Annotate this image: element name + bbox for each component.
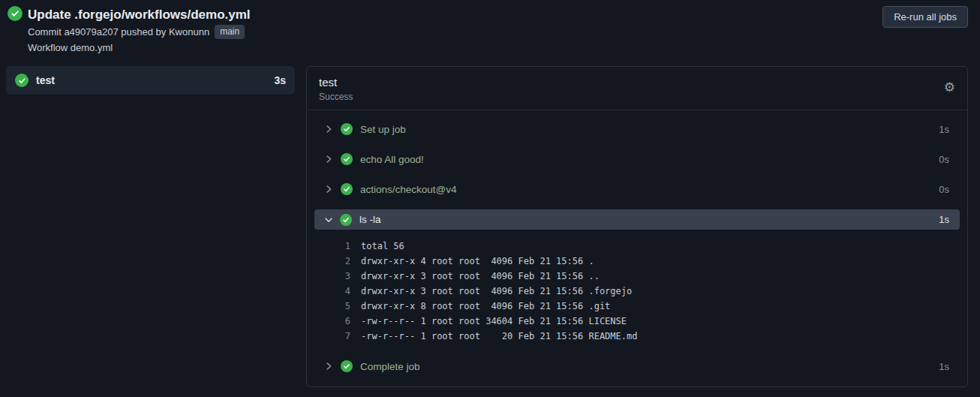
step-row-setup-job[interactable]: Set up job 1s <box>307 114 967 144</box>
step-success-check-icon <box>341 153 353 165</box>
chevron-down-icon <box>323 215 334 225</box>
run-info: Update .forgejo/workflows/demo.yml Commi… <box>8 6 251 55</box>
log-line-number: 4 <box>329 284 350 299</box>
run-title: Update .forgejo/workflows/demo.yml <box>28 6 251 23</box>
commit-author[interactable]: Kwonunn <box>169 25 209 39</box>
log-line-number: 7 <box>329 329 350 344</box>
step-duration: 1s <box>939 214 949 225</box>
step-duration: 0s <box>939 154 949 165</box>
step-success-check-icon <box>341 183 353 195</box>
job-panel-title: test <box>319 75 353 89</box>
step-label: actions/checkout@v4 <box>360 184 457 195</box>
run-success-check-icon <box>8 6 23 21</box>
log-line: 7 -rw-r--r-- 1 root root 20 Feb 21 15:56… <box>307 329 967 344</box>
log-line: 1 total 56 <box>307 239 967 254</box>
job-list: test 3s <box>6 66 295 95</box>
chevron-right-icon <box>323 154 334 164</box>
log-line-number: 5 <box>329 299 350 314</box>
step-list: Set up job 1s echo All good! 0s <box>307 110 967 386</box>
step-log-output: 1 total 56 2 drwxr-xr-x 4 root root 4096… <box>307 234 967 351</box>
job-panel-status: Success <box>319 92 353 102</box>
step-label: ls -la <box>359 214 381 225</box>
step-label: Complete job <box>360 361 420 372</box>
step-label: echo All good! <box>360 154 424 165</box>
log-line-number: 1 <box>329 239 350 254</box>
commit-line: Commit a49079a207 pushed by Kwonunn main <box>28 25 251 39</box>
log-line: 3 drwxr-xr-x 3 root root 4096 Feb 21 15:… <box>307 269 967 284</box>
log-line-text: -rw-r--r-- 1 root root 34604 Feb 21 15:5… <box>361 314 627 329</box>
log-line-text: drwxr-xr-x 4 root root 4096 Feb 21 15:56… <box>361 254 594 269</box>
step-success-check-icon <box>341 360 353 372</box>
chevron-right-icon <box>323 124 334 134</box>
job-detail-panel: test Success ⚙ Set up job 1s <box>306 66 968 387</box>
step-label: Set up job <box>360 124 406 135</box>
step-duration: 1s <box>939 361 949 372</box>
log-line-text: drwxr-xr-x 3 root root 4096 Feb 21 15:56… <box>361 269 600 284</box>
step-row-checkout[interactable]: actions/checkout@v4 0s <box>307 174 967 204</box>
log-line: 5 drwxr-xr-x 8 root root 4096 Feb 21 15:… <box>307 299 967 314</box>
gear-icon[interactable]: ⚙ <box>944 81 955 94</box>
log-line: 2 drwxr-xr-x 4 root root 4096 Feb 21 15:… <box>307 254 967 269</box>
log-line-number: 6 <box>329 314 350 329</box>
job-item-test[interactable]: test 3s <box>6 66 295 95</box>
commit-pushed-by-text: pushed by <box>119 25 169 39</box>
step-row-ls-la-expanded[interactable]: ls -la 1s <box>314 209 960 230</box>
step-success-check-icon <box>340 214 352 226</box>
log-line: 4 drwxr-xr-x 3 root root 4096 Feb 21 15:… <box>307 284 967 299</box>
chevron-right-icon <box>323 184 334 194</box>
commit-sha[interactable]: a49079a207 <box>64 25 118 39</box>
log-line-number: 2 <box>329 254 350 269</box>
run-header: Update .forgejo/workflows/demo.yml Commi… <box>0 0 980 66</box>
job-success-check-icon <box>15 74 29 87</box>
step-duration: 1s <box>939 124 949 135</box>
log-line-number: 3 <box>329 269 350 284</box>
step-row-echo[interactable]: echo All good! 0s <box>307 144 967 174</box>
workflow-line: Workflow demo.yml <box>28 41 251 55</box>
log-line-text: drwxr-xr-x 8 root root 4096 Feb 21 15:56… <box>361 299 610 314</box>
rerun-all-jobs-button[interactable]: Re-run all jobs <box>882 6 968 28</box>
log-line-text: -rw-r--r-- 1 root root 20 Feb 21 15:56 R… <box>361 329 637 344</box>
step-duration: 0s <box>939 184 949 195</box>
step-success-check-icon <box>341 123 353 135</box>
job-panel-header: test Success ⚙ <box>307 67 967 110</box>
job-name: test <box>36 74 55 86</box>
step-row-complete-job[interactable]: Complete job 1s <box>307 351 967 381</box>
job-duration: 3s <box>274 74 286 86</box>
branch-badge[interactable]: main <box>215 25 245 39</box>
log-line-text: drwxr-xr-x 3 root root 4096 Feb 21 15:56… <box>361 284 632 299</box>
chevron-right-icon <box>323 361 334 371</box>
commit-label: Commit <box>28 25 64 39</box>
log-line-text: total 56 <box>361 239 404 254</box>
log-line: 6 -rw-r--r-- 1 root root 34604 Feb 21 15… <box>307 314 967 329</box>
